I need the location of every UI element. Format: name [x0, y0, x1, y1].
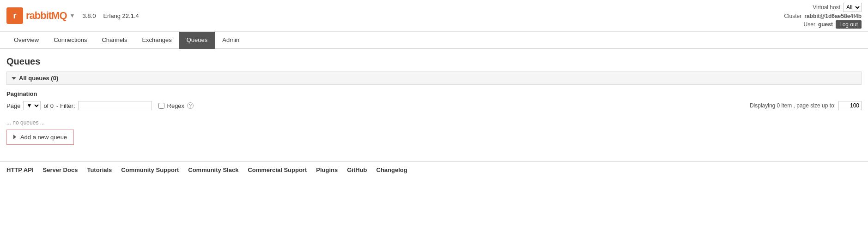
nav-item-connections[interactable]: Connections — [46, 32, 94, 49]
version-label: 3.8.0 — [82, 12, 96, 19]
nav-item-admin[interactable]: Admin — [215, 32, 247, 49]
logo-text: rabbitMQ — [26, 10, 67, 22]
pagination-label: Pagination — [6, 90, 862, 97]
section-label: All queues (0) — [19, 75, 58, 82]
regex-help-icon[interactable]: ? — [187, 102, 194, 109]
erlang-label: Erlang 22.1.4 — [103, 12, 139, 19]
virtual-host-label: Virtual host — [813, 4, 840, 11]
cluster-value: rabbit@1d6ae58e4f4b — [804, 13, 862, 19]
logo-version-dot: ▼ — [70, 12, 75, 19]
expand-icon — [13, 135, 16, 139]
pagination-row: Page ▼ of 0 - Filter: Regex ? Displaying… — [6, 101, 862, 110]
main-content: Queues All queues (0) Pagination Page ▼ … — [0, 49, 868, 161]
virtual-host-row: Virtual host All — [813, 3, 862, 12]
footer-link-commercial-support[interactable]: Commercial Support — [248, 166, 307, 173]
page-title: Queues — [6, 56, 862, 67]
logo-icon: r — [6, 7, 23, 24]
pagination-left: Page ▼ of 0 - Filter: Regex ? — [6, 101, 194, 110]
collapse-icon — [12, 77, 16, 80]
page-label: Page — [6, 102, 20, 109]
nav-item-queues[interactable]: Queues — [179, 32, 215, 49]
page-size-input[interactable] — [838, 101, 862, 110]
virtual-host-select[interactable]: All — [843, 3, 862, 12]
regex-label: Regex — [167, 102, 185, 109]
footer-link-community-slack[interactable]: Community Slack — [188, 166, 238, 173]
regex-checkbox[interactable] — [158, 103, 164, 109]
footer-link-github[interactable]: GitHub — [347, 166, 367, 173]
displaying-text: Displaying 0 item , page size up to: — [750, 102, 836, 109]
footer-link-http-api[interactable]: HTTP API — [6, 166, 34, 173]
main-nav: Overview Connections Channels Exchanges … — [0, 32, 868, 49]
nav-item-overview[interactable]: Overview — [6, 32, 46, 49]
header-right: Virtual host All Cluster rabbit@1d6ae58e… — [784, 3, 862, 29]
all-queues-section-header[interactable]: All queues (0) — [6, 71, 862, 85]
no-queues-text: ... no queues ... — [6, 118, 862, 128]
of-label: of 0 — [43, 102, 54, 109]
footer-link-community-support[interactable]: Community Support — [121, 166, 179, 173]
user-label: User — [804, 21, 815, 28]
user-value: guest — [818, 21, 833, 28]
filter-input[interactable] — [78, 101, 152, 110]
nav-item-channels[interactable]: Channels — [94, 32, 134, 49]
header-left: r rabbitMQ ▼ 3.8.0 Erlang 22.1.4 — [6, 7, 139, 24]
cluster-row: Cluster rabbit@1d6ae58e4f4b — [784, 13, 862, 19]
footer-link-server-docs[interactable]: Server Docs — [43, 166, 78, 173]
add-queue-box[interactable]: Add a new queue — [6, 130, 74, 145]
cluster-label: Cluster — [784, 13, 801, 19]
add-queue-label: Add a new queue — [20, 134, 67, 141]
footer: HTTP APIServer DocsTutorialsCommunity Su… — [0, 161, 868, 178]
user-row: User guest Log out — [804, 20, 862, 29]
nav-item-exchanges[interactable]: Exchanges — [134, 32, 179, 49]
footer-link-changelog[interactable]: Changelog — [376, 166, 407, 173]
filter-label: - Filter: — [56, 102, 75, 109]
footer-link-plugins[interactable]: Plugins — [316, 166, 338, 173]
pagination-right: Displaying 0 item , page size up to: — [750, 101, 862, 110]
logout-button[interactable]: Log out — [836, 20, 862, 29]
header: r rabbitMQ ▼ 3.8.0 Erlang 22.1.4 Virtual… — [0, 0, 868, 32]
page-select[interactable]: ▼ — [23, 101, 41, 110]
footer-link-tutorials[interactable]: Tutorials — [87, 166, 112, 173]
logo: r rabbitMQ ▼ — [6, 7, 75, 24]
